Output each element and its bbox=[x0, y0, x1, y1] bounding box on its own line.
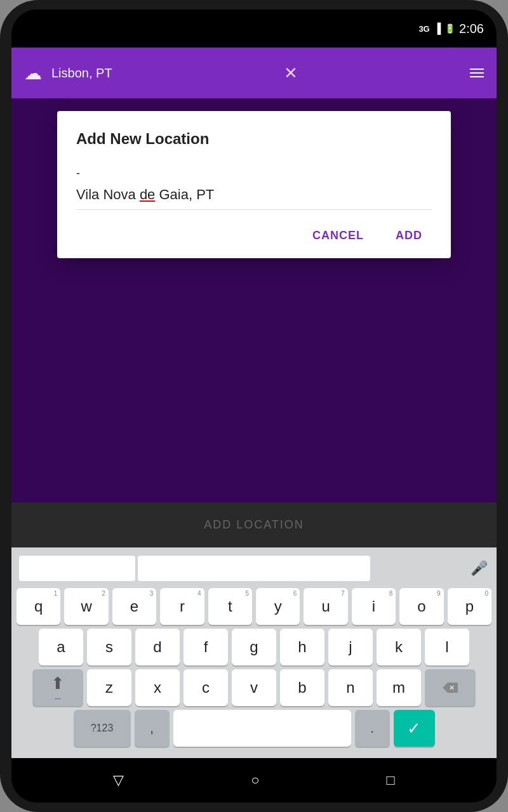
app-header: ☁ Lisbon, PT ✕ bbox=[11, 48, 497, 98]
underline-word: de bbox=[140, 187, 155, 202]
header-left: ☁ Lisbon, PT bbox=[24, 63, 112, 84]
key-r[interactable]: 4r bbox=[160, 588, 204, 625]
mic-icon[interactable]: 🎤 bbox=[471, 560, 488, 577]
key-o[interactable]: 9o bbox=[399, 588, 443, 625]
key-k[interactable]: k bbox=[377, 629, 421, 665]
key-e[interactable]: 3e bbox=[112, 588, 156, 625]
dialog-location-text: Vila Nova de Gaia, PT bbox=[76, 187, 432, 210]
backspace-key[interactable]: ✕ bbox=[425, 669, 476, 706]
add-location-dialog: Add New Location - Vila Nova de Gaia, PT… bbox=[57, 111, 451, 258]
menu-button[interactable] bbox=[470, 69, 484, 77]
recent-nav-button[interactable]: □ bbox=[387, 772, 395, 789]
cloud-icon: ☁ bbox=[24, 63, 42, 84]
shift-key[interactable]: ⬆ — bbox=[32, 669, 83, 706]
phone-screen: 3G ▐ 🔋 2:06 ☁ Lisbon, PT ✕ bbox=[11, 10, 497, 802]
key-b[interactable]: b bbox=[280, 669, 324, 706]
key-h[interactable]: h bbox=[280, 629, 324, 665]
signal-bars-icon: ▐ bbox=[434, 23, 441, 34]
comma-key[interactable]: , bbox=[135, 710, 170, 747]
suggestion-area bbox=[19, 556, 489, 581]
keyboard-row-3: ⬆ — z x c v b n m ✕ bbox=[14, 669, 494, 706]
suggestion-middle bbox=[138, 556, 370, 581]
cancel-button[interactable]: CANCEL bbox=[303, 223, 373, 249]
keyboard-suggestion-row: 🎤 bbox=[14, 553, 494, 584]
key-p[interactable]: 0p bbox=[448, 588, 491, 625]
key-j[interactable]: j bbox=[328, 629, 373, 665]
home-nav-button[interactable]: ○ bbox=[251, 772, 259, 789]
suggestion-left bbox=[19, 556, 135, 581]
key-x[interactable]: x bbox=[135, 669, 180, 706]
status-time: 2:06 bbox=[459, 22, 484, 36]
dialog-actions: CANCEL ADD bbox=[76, 213, 432, 258]
key-l[interactable]: l bbox=[425, 629, 469, 665]
key-v[interactable]: v bbox=[232, 669, 276, 706]
battery-icon: 🔋 bbox=[444, 23, 455, 34]
dialog-title: Add New Location bbox=[76, 130, 432, 148]
key-w[interactable]: 2w bbox=[64, 588, 108, 625]
period-key[interactable]: . bbox=[355, 710, 390, 747]
status-icons: 3G ▐ 🔋 2:06 bbox=[418, 22, 484, 36]
app-content: ☁ Lisbon, PT ✕ Add New Location - Vila bbox=[11, 48, 497, 758]
space-key[interactable] bbox=[173, 710, 351, 747]
key-s[interactable]: s bbox=[87, 629, 131, 665]
keyboard: 🎤 1q 2w 3e 4r 5t 6y 7u 8i 9o 0p a bbox=[11, 547, 497, 758]
key-y[interactable]: 6y bbox=[256, 588, 300, 625]
key-u[interactable]: 7u bbox=[304, 588, 347, 625]
keyboard-row-1: 1q 2w 3e 4r 5t 6y 7u 8i 9o 0p bbox=[14, 588, 494, 625]
key-d[interactable]: d bbox=[135, 629, 180, 665]
svg-text:✕: ✕ bbox=[449, 684, 455, 691]
status-bar: 3G ▐ 🔋 2:06 bbox=[11, 10, 497, 48]
add-location-bar[interactable]: ADD LOCATION bbox=[11, 502, 497, 547]
key-a[interactable]: a bbox=[39, 629, 83, 665]
key-i[interactable]: 8i bbox=[352, 588, 396, 625]
signal-indicator: 3G bbox=[418, 24, 429, 34]
bottom-nav: ▽ ○ □ bbox=[11, 758, 497, 802]
add-location-label: ADD LOCATION bbox=[204, 518, 304, 531]
key-z[interactable]: z bbox=[87, 669, 131, 706]
dialog-dash: - bbox=[76, 167, 432, 180]
header-location: Lisbon, PT bbox=[51, 66, 112, 81]
keyboard-row-4: ?123 , . ✓ bbox=[14, 710, 494, 747]
overlay-area: Add New Location - Vila Nova de Gaia, PT… bbox=[11, 98, 497, 547]
close-button[interactable]: ✕ bbox=[284, 63, 298, 83]
add-button[interactable]: ADD bbox=[386, 223, 432, 249]
key-n[interactable]: n bbox=[328, 669, 373, 706]
confirm-key[interactable]: ✓ bbox=[394, 710, 435, 747]
keyboard-row-2: a s d f g h j k l bbox=[14, 629, 494, 665]
symbols-key[interactable]: ?123 bbox=[74, 710, 131, 747]
key-f[interactable]: f bbox=[184, 629, 228, 665]
key-m[interactable]: m bbox=[377, 669, 421, 706]
key-t[interactable]: 5t bbox=[208, 588, 252, 625]
key-q[interactable]: 1q bbox=[17, 588, 60, 625]
back-nav-button[interactable]: ▽ bbox=[113, 772, 124, 789]
key-c[interactable]: c bbox=[184, 669, 228, 706]
phone-frame: 3G ▐ 🔋 2:06 ☁ Lisbon, PT ✕ bbox=[0, 0, 508, 812]
key-g[interactable]: g bbox=[232, 629, 276, 665]
